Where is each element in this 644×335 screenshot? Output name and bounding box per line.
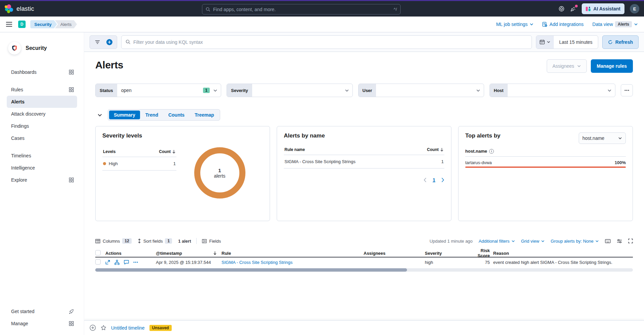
sidebar-item-attack-discovery[interactable]: Attack discovery [7,108,77,120]
timeline-title-link[interactable]: Untitled timeline [111,325,145,331]
calendar-icon[interactable] [536,36,554,49]
more-filters-button[interactable] [621,84,633,96]
kql-input[interactable] [133,39,528,45]
status-filter[interactable]: Status open 1 [95,84,221,97]
security-sidebar: Security Dashboards Rules Alerts Attack … [0,32,84,335]
column-header-rule-name[interactable]: Rule name [284,147,305,152]
alert-count: 1 alert [178,239,191,244]
help-icon[interactable] [558,6,565,12]
sidebar-item-label: Dashboards [11,69,37,75]
sidebar-item-get-started[interactable]: Get started [7,305,77,317]
alerts-table-header: Actions @timestamp Rule Assignees Severi… [95,248,633,257]
elastic-brand[interactable]: elastic [5,4,34,13]
collapse-charts-icon[interactable] [95,113,102,118]
sidebar-item-timelines[interactable]: Timelines [7,150,77,162]
assignees-button[interactable]: Assignees [547,59,587,73]
top-alerts-row[interactable]: tartarus-dvwa 100% [465,157,626,166]
data-view-selector[interactable]: Data view Alerts [592,21,638,27]
column-rule[interactable]: Rule [222,251,364,256]
global-search[interactable]: ^/ [202,4,401,14]
select-all-checkbox[interactable] [95,250,101,255]
news-feed-icon[interactable] [570,6,576,12]
column-header-count[interactable]: Count [159,149,171,154]
alert-table-row[interactable]: Apr 9, 2025 @ 15:19:37.544 SIGMA - Cross… [95,257,633,267]
tab-trend[interactable]: Trend [141,111,163,119]
sort-fields-button[interactable]: Sort fields 1 [138,238,172,244]
user-filter[interactable]: User [358,84,484,97]
breadcrumb-security[interactable]: Security [30,20,57,28]
deployment-badge[interactable]: D [18,21,26,28]
sidebar-item-findings[interactable]: Findings [7,120,77,132]
column-reason[interactable]: Reason [493,251,633,256]
manage-rules-button[interactable]: Manage rules [591,59,633,73]
more-actions-icon[interactable] [133,262,138,263]
sidebar-item-alerts[interactable]: Alerts [7,96,77,108]
next-page-icon[interactable] [441,178,444,182]
fields-button[interactable]: Fields [202,239,221,244]
scrollbar-thumb[interactable] [95,268,407,272]
menu-icon[interactable] [6,22,12,27]
pagination: 1 [284,177,444,183]
alerts-donut-chart[interactable]: 1 alerts [194,147,245,199]
sidebar-item-intelligence[interactable]: Intelligence [7,162,77,174]
favorite-star-icon[interactable] [101,325,106,331]
page-number[interactable]: 1 [433,177,435,183]
add-comment-icon[interactable] [124,260,129,265]
navigation-bar: D Security Alerts ML job settings Add in… [0,17,644,32]
host-filter[interactable]: Host [489,84,615,97]
tab-counts[interactable]: Counts [164,111,189,119]
sidebar-item-cases[interactable]: Cases [7,132,77,144]
column-header-levels[interactable]: Levels [103,149,115,154]
column-severity[interactable]: Severity [425,251,469,256]
time-range-value[interactable]: Last 15 minutes [554,36,598,49]
columns-button[interactable]: Columns 12 [95,238,132,244]
row-checkbox[interactable] [95,259,101,265]
saved-query-menu-icon[interactable] [91,36,103,49]
sidebar-item-manage[interactable]: Manage [7,317,77,330]
chevron-down-icon [604,88,615,93]
tab-summary[interactable]: Summary [109,111,140,119]
user-avatar[interactable]: E [630,4,639,13]
refresh-label: Refresh [615,39,633,45]
severity-level-row[interactable]: High 1 [102,157,176,171]
global-search-input[interactable] [213,7,391,12]
rule-link[interactable]: SIGMA - Cross Site Scripting Strings [222,260,364,265]
column-header-count[interactable]: Count [427,147,439,152]
ai-assistant-button[interactable]: AI Assistant [582,3,624,14]
high-severity-dot [103,162,106,165]
expand-alert-icon[interactable] [105,260,110,265]
add-integrations-link[interactable]: Add integrations [542,22,583,27]
column-risk-score[interactable]: Risk Score [469,248,493,258]
info-icon[interactable]: i [489,149,494,154]
sidebar-item-explore[interactable]: Explore [7,174,77,186]
column-assignees[interactable]: Assignees [364,251,425,256]
columns-icon [95,239,100,243]
sort-desc-icon [440,148,444,152]
keyboard-shortcuts-icon[interactable] [605,239,611,243]
refresh-button[interactable]: Refresh [602,35,639,49]
stack-by-field-select[interactable]: host.name [579,132,626,144]
sidebar-item-dashboards[interactable]: Dashboards [7,66,77,78]
add-to-timeline-icon[interactable] [90,325,96,331]
table-horizontal-scrollbar[interactable] [95,268,633,272]
add-filter-icon[interactable] [103,36,115,49]
kql-search-bar[interactable] [121,35,532,49]
chevron-down-icon [210,88,221,93]
severity-filter[interactable]: Severity [227,84,352,97]
grid-view-button[interactable]: Grid view [521,239,545,244]
fullscreen-icon[interactable] [628,239,633,243]
tab-treemap[interactable]: Treemap [190,111,219,119]
additional-filters-button[interactable]: Additional filters [479,239,515,244]
column-timestamp[interactable]: @timestamp [156,251,222,256]
alerts-by-name-row[interactable]: SIGMA - Cross Site Scripting Strings 1 [284,155,444,169]
sidebar-item-rules[interactable]: Rules [7,84,77,96]
display-options-icon[interactable] [617,239,622,243]
stack-by-field-value: host.name [582,135,604,141]
previous-page-icon[interactable] [423,178,427,182]
analyze-event-icon[interactable] [114,260,120,265]
ml-job-settings-link[interactable]: ML job settings [496,22,534,27]
columns-label: Columns [103,239,120,244]
rocket-icon [69,309,74,314]
sort-desc-icon [172,150,176,154]
group-alerts-button[interactable]: Group alerts by: None [551,239,599,244]
